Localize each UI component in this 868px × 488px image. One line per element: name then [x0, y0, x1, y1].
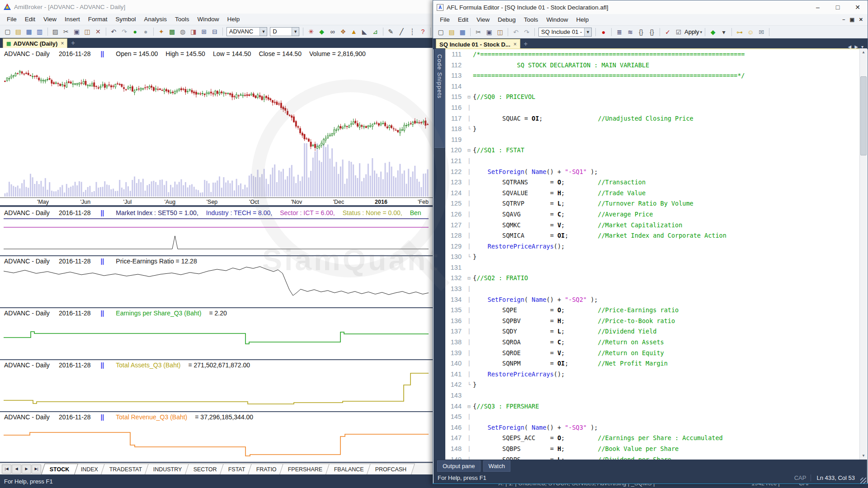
brace-down-icon[interactable]: {} [647, 27, 657, 37]
code-line-143[interactable]: 143 [445, 390, 859, 401]
scroll-up-icon[interactable]: ▲ [860, 48, 867, 56]
fold-collapse-icon[interactable]: ⊟ [465, 401, 473, 412]
code-line-123[interactable]: 123│ SQTRANS = O; //Transaction [445, 177, 859, 188]
format-icon[interactable]: ≋ [625, 27, 635, 37]
menu-debug[interactable]: Debug [494, 15, 520, 24]
code-line-132[interactable]: 132⊟{//SQ2 : FRATIO [445, 273, 859, 284]
brace-up-icon[interactable]: {} [636, 27, 646, 37]
back-icon[interactable]: ● [130, 27, 140, 37]
apply-check-icon[interactable]: ☑ [674, 27, 684, 37]
undo-icon[interactable]: ↶ [109, 27, 119, 37]
resize-grip[interactable] [860, 478, 866, 483]
mdi-restore-icon[interactable]: ▣ [849, 17, 854, 23]
code-line-141[interactable]: 141│ RestorePriceArrays(); [445, 369, 859, 380]
export-icon[interactable]: ▩ [167, 27, 177, 37]
code-line-111[interactable]: 111/*===================================… [445, 49, 859, 60]
maximize-button[interactable]: □ [828, 0, 848, 14]
draw-dashed-icon[interactable]: ┆ [407, 27, 417, 37]
cut-icon[interactable]: ✂ [473, 27, 483, 37]
scrollbar-thumb[interactable] [860, 76, 867, 155]
chart-tab-advanc-daily[interactable]: ▦ ADVANC (Daily) × [3, 38, 67, 48]
interval-combo-arrow-icon[interactable]: ▼ [292, 28, 299, 36]
sheet-tab-fbalance[interactable]: FBALANCE [326, 464, 373, 474]
code-line-133[interactable]: 133│ [445, 284, 859, 295]
sheet-tab-fpershare[interactable]: FPERSHARE [279, 464, 331, 474]
sheet-tab-tradestat[interactable]: TRADESTAT [101, 464, 151, 474]
paste-icon[interactable]: ◫ [495, 27, 505, 37]
code-line-145[interactable]: 145│ [445, 412, 859, 422]
mdi-minimize-icon[interactable]: – [842, 17, 845, 23]
web-icon[interactable]: ◍ [178, 27, 188, 37]
code-line-144[interactable]: 144⊟{//SQ3 : FPERSHARE [445, 401, 859, 412]
optimize-icon[interactable]: ◣ [359, 27, 369, 37]
menu-window[interactable]: Window [193, 14, 223, 24]
scroll-down-icon[interactable]: ▼ [860, 452, 867, 460]
pane-splitter[interactable] [0, 307, 433, 308]
draw-pencil-icon[interactable]: ✎ [386, 27, 396, 37]
code-line-121[interactable]: 121│ [445, 156, 859, 167]
chart-region[interactable]: ADVANC - Daily2016-11-28||Open = 145.00H… [0, 48, 433, 463]
dock-tab-watch[interactable]: Watch [483, 460, 510, 472]
code-line-127[interactable]: 127│ SQMKC = V; //Market Capitalization [445, 220, 859, 231]
redo-icon[interactable]: ↷ [522, 27, 532, 37]
code-line-140[interactable]: 140│ SQNPM = OI; //Net Profit Margin [445, 358, 859, 369]
close-tab-icon[interactable]: × [61, 40, 64, 47]
record-icon[interactable]: ● [599, 27, 609, 37]
code-line-115[interactable]: 115⊟{//SQ0 : PRICEVOL [445, 92, 859, 103]
backtest-icon[interactable]: ▲ [349, 27, 359, 37]
open-icon[interactable]: ▤ [14, 27, 24, 37]
last-sheet-button[interactable]: ▶| [32, 465, 41, 474]
menu-window[interactable]: Window [542, 15, 572, 24]
goto-icon[interactable]: ≣ [614, 27, 624, 37]
pane-splitter[interactable] [0, 206, 433, 207]
print-icon[interactable]: ▨ [50, 27, 60, 37]
menu-view[interactable]: View [472, 15, 494, 24]
sheet-tab-profcash[interactable]: PROFCASH [367, 464, 415, 474]
code-line-118[interactable]: 118└} [445, 124, 859, 135]
insert-snippet-icon[interactable]: ◆ [708, 27, 718, 37]
open-icon[interactable]: ▤ [447, 27, 457, 37]
cut-icon[interactable]: ✂ [61, 27, 71, 37]
caret-icon[interactable]: ▾ [719, 27, 729, 37]
code-line-116[interactable]: 116│ [445, 103, 859, 113]
smiley-icon[interactable]: ☺ [745, 27, 755, 37]
new-icon[interactable]: ▢ [3, 27, 13, 37]
sheet-tab-sector[interactable]: SECTOR [185, 464, 226, 474]
code-line-112[interactable]: 112 SQ STOCK DECLARATION : MAIN VARIABLE [445, 60, 859, 71]
pointer-help-icon[interactable]: ? [418, 27, 428, 37]
editor-scrollbar[interactable]: ▲ ▼ [859, 48, 867, 460]
code-line-131[interactable]: 131 [445, 263, 859, 273]
hand-icon[interactable]: ❖ [338, 27, 348, 37]
menu-help[interactable]: Help [572, 15, 593, 24]
code-line-139[interactable]: 139│ SQROE = V; //Return on Equity [445, 348, 859, 359]
edit-table-icon[interactable]: ⊟ [210, 27, 220, 37]
binoculars-icon[interactable]: ∞ [328, 27, 338, 37]
code-line-149[interactable]: 149│ SQDPS = L; //Dividend per Share [445, 455, 859, 460]
code-line-134[interactable]: 134│ SetForeign( Name() + "-SQ2" ); [445, 295, 859, 305]
delete-icon[interactable]: ✕ [93, 27, 103, 37]
paste-icon[interactable]: ◫ [82, 27, 92, 37]
symbol-combo-arrow-icon[interactable]: ▼ [259, 28, 267, 36]
menu-edit[interactable]: Edit [454, 15, 472, 24]
code-line-135[interactable]: 135│ SQPE = O; //Price-Earnings ratio [445, 305, 859, 316]
code-editor[interactable]: 111/*===================================… [445, 48, 859, 460]
menu-format[interactable]: Format [84, 14, 112, 24]
code-line-138[interactable]: 138│ SQROA = C; //Return on Assets [445, 337, 859, 348]
code-line-137[interactable]: 137│ SQDY = L; //Dividend Yield [445, 326, 859, 337]
close-tab-icon[interactable]: × [514, 41, 517, 47]
code-line-125[interactable]: 125│ SQTRVP = L; //Turnover Ratio By Vol… [445, 198, 859, 209]
insert-icon[interactable]: ◨ [189, 27, 198, 37]
code-line-119[interactable]: 119 [445, 135, 859, 145]
menu-help[interactable]: Help [223, 14, 244, 24]
pane-splitter[interactable] [0, 411, 433, 412]
undo-icon[interactable]: ↶ [511, 27, 521, 37]
menu-tools[interactable]: Tools [520, 15, 542, 24]
code-line-114[interactable]: 114 [445, 81, 859, 92]
minimize-button[interactable]: – [808, 0, 828, 14]
code-snippets-tab[interactable]: Code Snippets [434, 49, 445, 148]
save-icon[interactable]: ▦ [24, 27, 34, 37]
code-line-117[interactable]: 117│ SQUAC = OI; //Unadjusted Closing Pr… [445, 113, 859, 124]
code-line-142[interactable]: 142└} [445, 380, 859, 390]
comment-bubble-icon[interactable]: ✉ [756, 27, 766, 37]
formula-combo-arrow-icon[interactable]: ▼ [584, 28, 591, 36]
